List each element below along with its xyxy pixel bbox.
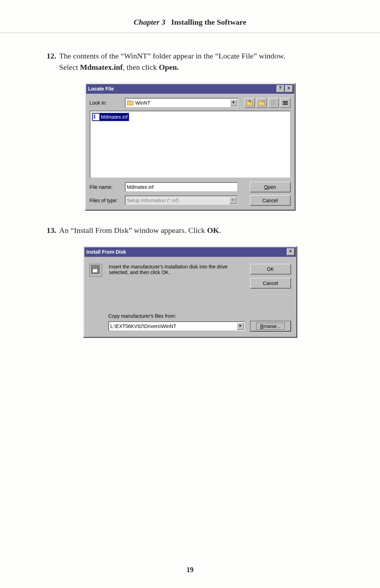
new-folder-icon: ✶ xyxy=(258,100,265,106)
lookin-dropdown[interactable]: WinNT ▼ xyxy=(125,98,239,108)
dialog-title: Locate File xyxy=(88,86,276,92)
page-number: 19 xyxy=(0,566,380,574)
t: Open. xyxy=(159,63,179,72)
step-text: The contents of the “WinNT” folder appea… xyxy=(59,50,341,73)
list-view-button[interactable]: ∷∷∷∷ xyxy=(268,98,279,108)
copy-from-label: Copy manufacturer's files from: xyxy=(108,313,291,319)
t: . xyxy=(219,226,221,235)
titlebar[interactable]: Install From Disk × xyxy=(84,247,296,257)
step-13: 13. An “Install From Disk” window appear… xyxy=(39,225,341,236)
install-message: Insert the manufacturer's installation d… xyxy=(109,264,243,275)
ok-button[interactable]: OK xyxy=(250,264,291,274)
locate-file-dialog: Locate File ? × Look in: WinNT ▼ xyxy=(85,83,296,211)
rule xyxy=(0,32,380,33)
step-number: 12. xyxy=(39,50,59,73)
up-folder-icon: ↰ xyxy=(246,100,253,106)
lookin-value: WinNT xyxy=(135,100,228,106)
file-item-label: Mdmatex.inf xyxy=(101,114,128,120)
t: The contents of the “WinNT” folder appea… xyxy=(59,51,285,60)
cancel-button[interactable]: Cancel xyxy=(250,195,291,206)
step-text: An “Install From Disk” window appears. C… xyxy=(59,225,341,236)
t: OK xyxy=(207,226,219,235)
t: , then click xyxy=(123,63,159,72)
file-item-selected[interactable]: Mdmatex.inf xyxy=(92,113,129,121)
chevron-down-icon: ▼ xyxy=(229,197,236,204)
chevron-down-icon[interactable]: ▼ xyxy=(237,323,244,330)
titlebar[interactable]: Locate File ? × xyxy=(86,84,294,94)
t: Mdmatex.inf xyxy=(80,63,123,72)
chapter-title: Installing the Software xyxy=(171,18,246,26)
filetype-value: Setup Information (*.inf) xyxy=(127,198,227,203)
filename-value: Mdmatex.inf xyxy=(127,184,154,190)
t: Select xyxy=(59,63,80,72)
open-button[interactable]: Open xyxy=(250,182,291,192)
copy-from-dropdown[interactable]: L:\EXT56KV92\Drivers\WinNT ▼ xyxy=(108,321,245,331)
browse-button[interactable]: Browse... xyxy=(250,321,291,332)
install-from-disk-dialog: Install From Disk × Insert the manufactu… xyxy=(83,246,297,338)
details-view-icon xyxy=(283,101,288,105)
file-list[interactable]: Mdmatex.inf xyxy=(90,111,291,178)
floppy-disk-icon xyxy=(89,264,102,277)
filetype-dropdown: Setup Information (*.inf) ▼ xyxy=(125,196,238,205)
help-button[interactable]: ? xyxy=(277,85,284,92)
filetype-label: Files of type: xyxy=(90,198,121,203)
folder-icon xyxy=(127,100,133,105)
up-one-level-button[interactable]: ↰ xyxy=(244,98,255,108)
cancel-button[interactable]: Cancel xyxy=(250,278,291,289)
step-number: 13. xyxy=(39,225,59,236)
copy-from-value: L:\EXT56KV92\Drivers\WinNT xyxy=(110,323,235,329)
lookin-label: Look in: xyxy=(90,100,121,106)
list-view-icon: ∷∷∷∷ xyxy=(271,100,276,106)
chevron-down-icon[interactable]: ▼ xyxy=(230,99,237,106)
filename-label: File name: xyxy=(90,184,121,190)
details-view-button[interactable] xyxy=(280,98,291,108)
step-12: 12. The contents of the “WinNT” folder a… xyxy=(39,50,341,73)
close-button[interactable]: × xyxy=(287,248,294,255)
filename-input[interactable]: Mdmatex.inf xyxy=(125,182,238,192)
dialog-title: Install From Disk xyxy=(87,249,286,255)
chapter-label: Chapter 3 xyxy=(134,18,165,26)
chapter-heading: Chapter 3 Installing the Software xyxy=(28,18,352,27)
t: An “Install From Disk” window appears. C… xyxy=(59,226,207,235)
new-folder-button[interactable]: ✶ xyxy=(256,98,267,108)
inf-file-icon xyxy=(93,113,100,120)
close-button[interactable]: × xyxy=(285,85,293,92)
